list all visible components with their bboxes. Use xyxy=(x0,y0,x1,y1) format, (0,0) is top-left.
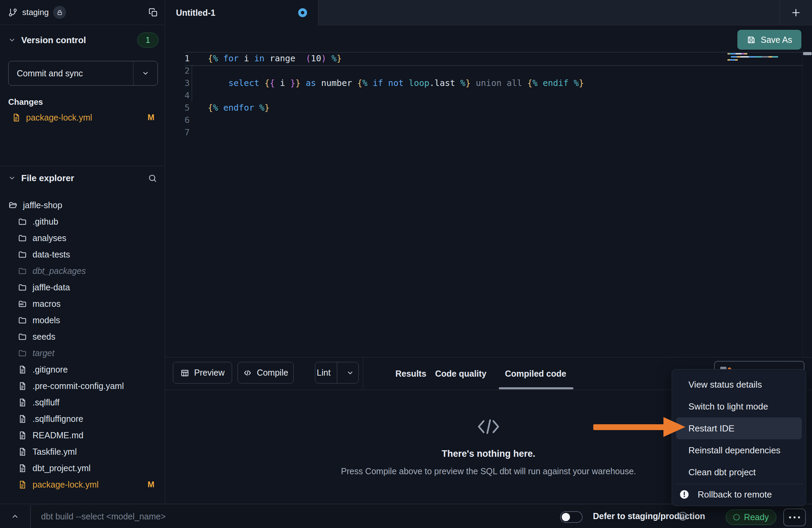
command-placeholder: dbt build --select <model_name> xyxy=(41,504,166,528)
lint-label: Lint xyxy=(315,368,332,378)
active-tab-underline xyxy=(499,387,573,389)
tree-item-data-tests[interactable]: data-tests xyxy=(0,246,165,263)
version-control-header[interactable]: Version control 1 xyxy=(8,32,158,48)
chevron-down-icon xyxy=(142,70,149,77)
changed-file-row[interactable]: package-lock.yml M xyxy=(0,110,165,125)
tree-item-Taskfile.yml[interactable]: Taskfile.yml xyxy=(0,443,165,460)
collapse-panel-button[interactable] xyxy=(0,504,30,528)
tree-item-label: data-tests xyxy=(33,250,70,260)
commit-and-sync-button[interactable]: Commit and sync xyxy=(8,61,158,86)
file-icon xyxy=(18,414,27,424)
save-as-button[interactable]: Save As xyxy=(737,30,801,50)
tree-item-analyses[interactable]: analyses xyxy=(0,230,165,246)
tree-item-dbt_project.yml[interactable]: dbt_project.yml xyxy=(0,460,165,476)
tree-item-.gitignore[interactable]: .gitignore xyxy=(0,361,165,378)
tree-item-dbt_packages[interactable]: dbt_packages xyxy=(0,263,165,279)
minimap[interactable] xyxy=(727,53,779,62)
tree-item-label: .gitignore xyxy=(33,365,68,375)
scrollbar-thumb[interactable] xyxy=(803,52,812,55)
menu-item-rollback-to-remote[interactable]: Rollback to remote xyxy=(676,485,802,504)
tree-item-.sqlfluff[interactable]: .sqlfluff xyxy=(0,394,165,411)
defer-toggle[interactable] xyxy=(560,511,583,523)
code-icon xyxy=(243,368,252,377)
commit-options-toggle[interactable] xyxy=(133,61,157,85)
sidebar: staging Version control 1 Commit and syn… xyxy=(0,0,165,504)
code-line-5: {% endfor %} xyxy=(208,102,270,114)
tree-item-models[interactable]: models xyxy=(0,312,165,328)
file-icon xyxy=(12,113,21,122)
tree-item-README.md[interactable]: README.md xyxy=(0,427,165,443)
tab-untitled-1[interactable]: Untitled-1 xyxy=(165,0,318,25)
file-icon xyxy=(18,447,27,456)
tree-item-.github[interactable]: .github xyxy=(0,213,165,230)
empty-state-title: There's nothing here. xyxy=(442,449,535,459)
tree-item-label: macros xyxy=(33,299,61,309)
ide-status-button[interactable]: Ready xyxy=(726,510,776,525)
lint-button[interactable]: Lint xyxy=(315,362,359,384)
search-icon[interactable] xyxy=(148,174,157,183)
menu-item-reinstall-dependencies[interactable]: Reinstall dependencies xyxy=(676,439,802,461)
minimap-line xyxy=(727,59,738,61)
tree-item-label: target xyxy=(33,348,54,358)
new-tab-button[interactable] xyxy=(779,0,812,25)
code-line-3: select {{ i }} as number {% if not loop.… xyxy=(208,77,584,89)
folder-icon xyxy=(18,217,27,226)
copy-branch-icon[interactable] xyxy=(149,8,158,17)
ide-options-button[interactable] xyxy=(783,508,806,526)
ide-options-menu: View status detailsSwitch to light modeR… xyxy=(672,369,806,506)
partial-tree-item xyxy=(18,303,24,305)
tree-item-.pre-commit-config.yaml[interactable]: .pre-commit-config.yaml xyxy=(0,378,165,394)
code-editor[interactable]: 1234567 {% for i in range (10) %} select… xyxy=(165,50,812,357)
menu-item-label: Rollback to remote xyxy=(698,489,772,500)
preview-button[interactable]: Preview xyxy=(173,362,232,384)
tab-code-quality[interactable]: Code quality xyxy=(435,357,486,390)
toggle-knob xyxy=(562,513,570,521)
minimap-line xyxy=(727,53,747,54)
menu-item-view-status-details[interactable]: View status details xyxy=(676,374,802,395)
tree-item-package-lock.yml[interactable]: package-lock.ymlM xyxy=(0,476,165,493)
tree-item-seeds[interactable]: seeds xyxy=(0,328,165,345)
tree-item-jaffle-data[interactable]: jaffle-data xyxy=(0,279,165,296)
tree-item-label: README.md xyxy=(33,430,84,440)
folder-icon xyxy=(18,234,27,243)
plus-icon xyxy=(790,7,801,18)
git-branch-icon xyxy=(8,8,17,17)
menu-item-switch-to-light-mode[interactable]: Switch to light mode xyxy=(676,395,802,417)
lint-split-divider xyxy=(337,362,337,383)
tree-item-label: .pre-commit-config.yaml xyxy=(33,381,124,391)
menu-item-clean-dbt-project[interactable]: Clean dbt project xyxy=(676,461,802,483)
file-icon xyxy=(18,381,27,391)
file-explorer-title: File explorer xyxy=(21,173,74,184)
menu-item-label: Clean dbt project xyxy=(688,467,756,478)
version-control-title: Version control xyxy=(21,35,86,46)
tree-item-.sqlfluffignore[interactable]: .sqlfluffignore xyxy=(0,411,165,427)
tree-item-target[interactable]: target xyxy=(0,345,165,361)
annotation-arrow-head xyxy=(663,417,685,437)
folder-icon xyxy=(8,201,17,210)
help-icon[interactable] xyxy=(678,511,688,521)
folder-icon xyxy=(18,283,27,292)
tab-results[interactable]: Results xyxy=(395,357,426,390)
tree-item-label: analyses xyxy=(33,233,66,243)
menu-item-restart-ide[interactable]: Restart IDE xyxy=(676,417,802,439)
preview-label: Preview xyxy=(194,368,225,378)
file-explorer-header[interactable]: File explorer xyxy=(8,170,157,186)
lint-options-toggle[interactable] xyxy=(342,369,358,377)
tree-item-label: .github xyxy=(33,217,58,227)
changes-count-badge: 1 xyxy=(137,33,158,48)
changed-file-name: package-lock.yml xyxy=(26,113,92,123)
empty-state-code-icon xyxy=(475,418,502,437)
changes-label: Changes xyxy=(8,97,43,107)
unsaved-indicator-dot xyxy=(298,8,307,17)
compile-button[interactable]: Compile xyxy=(238,362,294,384)
annotation-arrow xyxy=(593,424,666,430)
empty-state-subtitle: Press Compile above to preview the SQL d… xyxy=(341,466,636,476)
folder-icon xyxy=(18,250,27,259)
tree-item-macros[interactable]: macros xyxy=(0,296,165,312)
line-number: 4 xyxy=(165,89,190,102)
tree-item-jaffle-shop[interactable]: jaffle-shop xyxy=(0,197,165,213)
tab-compiled-code[interactable]: Compiled code xyxy=(505,357,566,390)
menu-divider xyxy=(675,484,803,484)
line-number: 3 xyxy=(165,77,190,89)
tree-item-label: dbt_packages xyxy=(33,266,86,276)
